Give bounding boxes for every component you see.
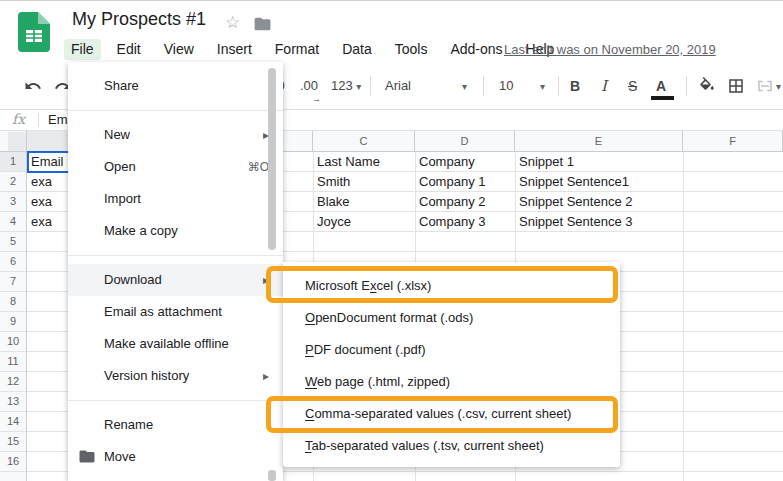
row-header-14[interactable]: 14 bbox=[0, 412, 26, 432]
download-item-web-page[interactable]: Web page (.html, zipped) bbox=[283, 366, 620, 398]
file-menu-item-share[interactable]: Share bbox=[68, 70, 283, 102]
bold-button[interactable]: B bbox=[570, 76, 580, 96]
menu-scrollbar-thumb[interactable] bbox=[268, 68, 276, 250]
menu-bar: File Edit View Insert Format Data Tools … bbox=[64, 39, 561, 60]
menu-data[interactable]: Data bbox=[335, 39, 379, 60]
row-header-3[interactable]: 3 bbox=[0, 192, 26, 212]
mnemonic-letter: W bbox=[305, 374, 317, 389]
borders-icon[interactable] bbox=[727, 77, 745, 95]
column-header-e[interactable]: E bbox=[515, 131, 683, 152]
menu-addons[interactable]: Add-ons bbox=[443, 39, 509, 60]
row-header-13[interactable]: 13 bbox=[0, 392, 26, 412]
strikethrough-button[interactable]: S bbox=[628, 76, 637, 96]
row-header-10[interactable]: 10 bbox=[0, 332, 26, 352]
menu-edit[interactable]: Edit bbox=[110, 39, 148, 60]
row-header-1[interactable]: 1 bbox=[0, 152, 26, 172]
row-header-12[interactable]: 12 bbox=[0, 372, 26, 392]
toolbar-separator bbox=[558, 76, 559, 96]
row-header-5[interactable]: 5 bbox=[0, 232, 26, 252]
annotation-box-excel bbox=[266, 266, 618, 303]
file-menu-item-make-a-copy[interactable]: Make a copy bbox=[68, 215, 283, 247]
row-header-9[interactable]: 9 bbox=[0, 312, 26, 332]
row-header-8[interactable]: 8 bbox=[0, 292, 26, 312]
column-header-f[interactable]: F bbox=[683, 131, 783, 152]
file-menu-item-rename[interactable]: Rename bbox=[68, 409, 283, 441]
file-menu-item-open[interactable]: Open⌘O bbox=[68, 151, 283, 183]
menu-tools[interactable]: Tools bbox=[388, 39, 435, 60]
google-sheets-logo-icon[interactable] bbox=[18, 12, 50, 52]
star-icon[interactable]: ☆ bbox=[225, 12, 240, 33]
menu-item-label: Rename bbox=[104, 417, 153, 432]
font-size-select[interactable]: 10 bbox=[499, 76, 513, 96]
cell-d3[interactable]: Company 2 bbox=[415, 192, 515, 212]
file-menu-item-make-available-offline[interactable]: Make available offline bbox=[68, 328, 283, 360]
merge-cells-icon[interactable] bbox=[756, 77, 774, 95]
file-menu-item-new[interactable]: New bbox=[68, 119, 283, 151]
cell-c4[interactable]: Joyce bbox=[313, 212, 415, 232]
file-menu-item-email-as-attachment[interactable]: Email as attachment bbox=[68, 296, 283, 328]
increase-decimal-button[interactable]: .00 → bbox=[300, 76, 318, 96]
cell-d4[interactable]: Company 3 bbox=[415, 212, 515, 232]
font-family-select[interactable]: Arial bbox=[385, 76, 411, 96]
text-color-swatch bbox=[651, 96, 674, 100]
download-item-tsv[interactable]: Tab-separated values (.tsv, current shee… bbox=[283, 430, 620, 462]
menu-view[interactable]: View bbox=[157, 39, 201, 60]
italic-button[interactable]: I bbox=[601, 76, 607, 96]
menu-divider bbox=[68, 255, 283, 256]
row-header-4[interactable]: 4 bbox=[0, 212, 26, 232]
label-part: penDocument format (.ods) bbox=[315, 310, 473, 325]
cell-c1[interactable]: Last Name bbox=[313, 152, 415, 172]
undo-icon[interactable] bbox=[24, 77, 42, 95]
row-header-16[interactable]: 16 bbox=[0, 452, 26, 472]
merge-cells-caret-icon[interactable] bbox=[776, 76, 781, 96]
annotation-box-csv bbox=[266, 396, 618, 433]
fill-color-icon[interactable] bbox=[698, 77, 716, 95]
menu-scrollbar-thumb[interactable] bbox=[268, 470, 276, 481]
last-edit-link[interactable]: Last edit was on November 20, 2019 bbox=[504, 42, 716, 57]
column-header-d[interactable]: D bbox=[415, 131, 515, 152]
row-header-6[interactable]: 6 bbox=[0, 252, 26, 272]
font-size-caret-icon[interactable] bbox=[540, 76, 545, 96]
fx-icon: fx bbox=[12, 111, 25, 127]
menu-item-label: New bbox=[104, 127, 130, 142]
menu-format[interactable]: Format bbox=[268, 39, 326, 60]
number-format-button[interactable]: 123 bbox=[331, 76, 361, 96]
move-to-folder-icon[interactable] bbox=[253, 16, 272, 32]
row-header-15[interactable]: 15 bbox=[0, 432, 26, 452]
text-color-button[interactable]: A bbox=[656, 76, 666, 96]
cell-d1[interactable]: Company bbox=[415, 152, 515, 172]
increase-decimal-arrow-icon: → bbox=[312, 89, 321, 109]
cell-c3[interactable]: Blake bbox=[313, 192, 415, 212]
toolbar-separator bbox=[370, 76, 371, 96]
download-item-pdf[interactable]: PDF document (.pdf) bbox=[283, 334, 620, 366]
cell-e4[interactable]: Snippet Sentence 3 bbox=[515, 212, 683, 232]
select-all-corner[interactable] bbox=[0, 131, 27, 152]
font-family-caret-icon[interactable] bbox=[462, 76, 467, 96]
menu-divider bbox=[68, 110, 283, 111]
menu-item-label: Version history bbox=[104, 368, 189, 383]
row-headers: 12345678910111213141516 bbox=[0, 152, 27, 481]
formula-bar-separator bbox=[38, 113, 39, 127]
file-menu-item-import[interactable]: Import bbox=[68, 183, 283, 215]
column-header-c[interactable]: C bbox=[313, 131, 415, 152]
keyboard-shortcut: ⌘O bbox=[248, 151, 269, 183]
file-menu-item-move[interactable]: Move bbox=[68, 441, 283, 473]
row-header-11[interactable]: 11 bbox=[0, 352, 26, 372]
download-item-ods[interactable]: OpenDocument format (.ods) bbox=[283, 302, 620, 334]
select-all-inner bbox=[8, 132, 26, 151]
menu-insert[interactable]: Insert bbox=[210, 39, 259, 60]
file-menu-item-version-history[interactable]: Version history bbox=[68, 360, 283, 392]
menu-divider bbox=[68, 400, 283, 401]
folder-icon bbox=[78, 449, 96, 464]
row-header-2[interactable]: 2 bbox=[0, 172, 26, 192]
document-title[interactable]: My Prospects #1 bbox=[72, 9, 206, 30]
row-header-7[interactable]: 7 bbox=[0, 272, 26, 292]
cell-d2[interactable]: Company 1 bbox=[415, 172, 515, 192]
cell-e2[interactable]: Snippet Sentence1 bbox=[515, 172, 683, 192]
cell-c2[interactable]: Smith bbox=[313, 172, 415, 192]
menu-file[interactable]: File bbox=[64, 39, 101, 60]
mnemonic-letter: P bbox=[305, 342, 314, 357]
cell-e1[interactable]: Snippet 1 bbox=[515, 152, 683, 172]
cell-e3[interactable]: Snippet Sentence 2 bbox=[515, 192, 683, 212]
file-menu-item-download[interactable]: Download bbox=[68, 264, 283, 296]
